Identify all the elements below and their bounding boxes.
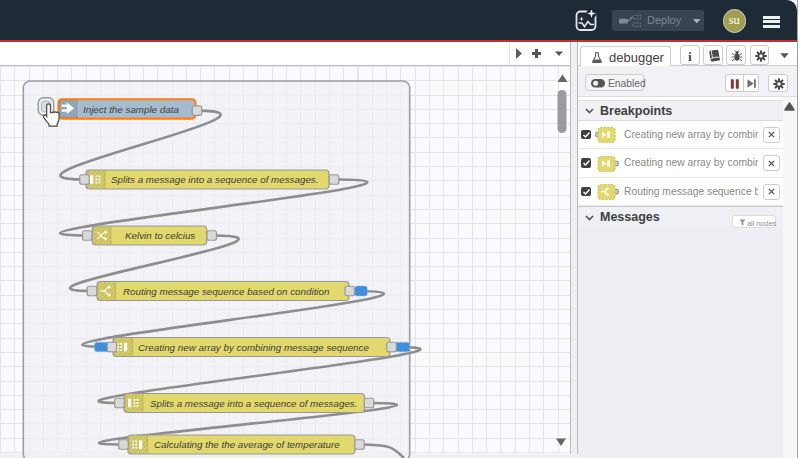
svg-text:Kelvin to celcius: Kelvin to celcius <box>125 230 195 241</box>
svg-text:Inject the sample data: Inject the sample data <box>83 104 179 115</box>
svg-text:Calculating the the average of: Calculating the the average of temperatu… <box>154 439 340 450</box>
svg-text:Routing message sequence based: Routing message sequence based on condit… <box>123 286 329 297</box>
svg-text:Splits a message into a sequen: Splits a message into a sequence of mess… <box>150 398 358 409</box>
svg-text:Creating new array by combinin: Creating new array by combining message … <box>138 342 369 353</box>
svg-text:Splits a message into a sequen: Splits a message into a sequence of mess… <box>111 174 319 185</box>
